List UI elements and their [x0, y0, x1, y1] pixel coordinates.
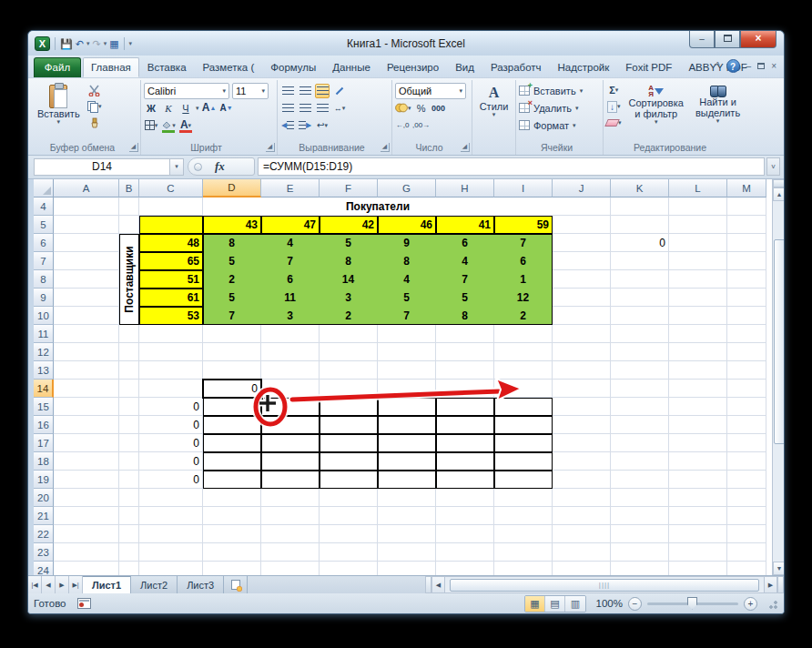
cell-A17[interactable]	[54, 434, 119, 452]
cell-L9[interactable]	[669, 289, 727, 307]
cell-E4[interactable]	[261, 197, 320, 216]
cell-G4[interactable]	[378, 197, 436, 216]
cell-A20[interactable]	[54, 489, 119, 507]
wrap-text-button[interactable]: ↩▾	[315, 118, 330, 133]
row-header-14[interactable]: 14	[34, 380, 54, 398]
cell-A9[interactable]	[54, 289, 119, 307]
cell-A15[interactable]	[54, 398, 119, 416]
cell-A14[interactable]	[54, 380, 119, 398]
cell-A13[interactable]	[54, 361, 119, 380]
cell-G5[interactable]: 46	[378, 216, 436, 234]
cell-I23[interactable]	[494, 543, 553, 562]
sheet-tab-лист3[interactable]: Лист3	[178, 576, 224, 593]
cell-J17[interactable]	[553, 434, 611, 452]
cell-L8[interactable]	[669, 270, 727, 289]
cell-L11[interactable]	[669, 325, 727, 343]
cell-M6[interactable]	[727, 234, 766, 252]
cell-F10[interactable]: 2	[320, 307, 378, 325]
cell-F4[interactable]	[320, 197, 378, 216]
cell-H18[interactable]	[436, 452, 494, 471]
cell-D4[interactable]	[203, 197, 261, 216]
cell-G19[interactable]	[378, 471, 436, 489]
cell-D22[interactable]	[203, 525, 261, 543]
cell-I10[interactable]: 2	[494, 307, 553, 325]
cell-B21[interactable]	[119, 507, 139, 525]
cell-C24[interactable]	[139, 562, 203, 575]
column-header-E[interactable]: E	[261, 179, 320, 197]
accounting-format-button[interactable]: ▾	[395, 101, 411, 116]
cell-D6[interactable]: 8	[203, 234, 261, 252]
cell-I20[interactable]	[494, 489, 553, 507]
cell-C23[interactable]	[139, 543, 203, 562]
cell-D21[interactable]	[203, 507, 261, 525]
cell-M9[interactable]	[727, 289, 766, 307]
cell-M19[interactable]	[727, 471, 766, 489]
cell-A24[interactable]	[54, 562, 119, 575]
cell-D8[interactable]: 2	[203, 270, 261, 289]
column-header-K[interactable]: K	[611, 179, 669, 197]
cell-F14[interactable]	[320, 380, 378, 398]
cell-G13[interactable]	[378, 361, 436, 380]
hscroll-right-icon[interactable]: ▶	[764, 576, 777, 593]
prev-sheet-icon[interactable]: ◀	[42, 576, 56, 593]
cell-H4[interactable]	[436, 197, 494, 216]
zoom-out-button[interactable]: −	[628, 597, 642, 611]
cell-F18[interactable]	[320, 452, 378, 471]
autosum-button[interactable]: Σ▾	[606, 83, 622, 97]
cell-K13[interactable]	[611, 361, 669, 380]
column-header-F[interactable]: F	[320, 179, 378, 197]
cell-A8[interactable]	[54, 270, 119, 289]
column-header-C[interactable]: C	[139, 179, 203, 197]
formula-input[interactable]: =СУММ(D15:D19)	[258, 157, 765, 176]
cell-M18[interactable]	[727, 452, 766, 471]
cell-H20[interactable]	[436, 489, 494, 507]
copy-button[interactable]: ▾	[87, 99, 102, 114]
cell-K9[interactable]	[611, 289, 669, 307]
column-header-J[interactable]: J	[553, 179, 611, 197]
cell-I17[interactable]	[494, 434, 553, 452]
cell-E15[interactable]	[261, 398, 320, 416]
increase-indent-button[interactable]: ▶	[298, 118, 312, 133]
cell-C12[interactable]	[139, 343, 203, 361]
cell-L7[interactable]	[669, 252, 727, 270]
font-color-button[interactable]: А ▾	[178, 118, 193, 133]
row-header-7[interactable]: 7	[34, 252, 54, 270]
row-header-8[interactable]: 8	[34, 270, 54, 289]
cell-C11[interactable]	[139, 325, 203, 343]
cell-A7[interactable]	[54, 252, 119, 270]
cell-F6[interactable]: 5	[320, 234, 378, 252]
cell-B23[interactable]	[119, 543, 139, 562]
zoom-level[interactable]: 100%	[592, 598, 623, 609]
number-dialog-launcher[interactable]: ◢	[461, 143, 470, 152]
row-header-19[interactable]: 19	[34, 471, 54, 489]
cell-E9[interactable]: 11	[261, 289, 320, 307]
cell-A19[interactable]	[54, 471, 119, 489]
tab-foxit-pdf[interactable]: Foxit PDF	[617, 57, 680, 77]
cell-F7[interactable]: 8	[320, 252, 378, 270]
cell-K14[interactable]	[611, 380, 669, 398]
cell-H19[interactable]	[436, 471, 494, 489]
decrease-decimal-button[interactable]: ,00→	[412, 118, 430, 133]
cell-M14[interactable]	[727, 380, 766, 398]
cell-K12[interactable]	[611, 343, 669, 361]
page-layout-view-button[interactable]: ▤	[545, 596, 565, 612]
cell-I11[interactable]	[494, 325, 553, 343]
cell-H16[interactable]	[436, 416, 494, 434]
cell-I14[interactable]	[494, 380, 553, 398]
cell-H22[interactable]	[436, 525, 494, 543]
cell-L24[interactable]	[669, 562, 727, 575]
font-name-combo[interactable]: Calibri▾	[144, 83, 229, 99]
cell-D10[interactable]: 7	[203, 307, 261, 325]
cell-J8[interactable]	[553, 270, 611, 289]
horizontal-scrollbar[interactable]: ||||	[445, 576, 764, 593]
paste-button[interactable]: Вставить ▾	[33, 82, 85, 130]
cell-L6[interactable]	[669, 234, 727, 252]
cell-M15[interactable]	[727, 398, 766, 416]
macro-record-icon[interactable]	[77, 598, 91, 609]
align-bottom-button[interactable]	[315, 84, 330, 98]
cell-K7[interactable]	[611, 252, 669, 270]
cell-L13[interactable]	[669, 361, 727, 380]
grow-font-button[interactable]: А▲	[202, 101, 217, 116]
cell-I24[interactable]	[494, 562, 553, 575]
cell-A10[interactable]	[54, 307, 119, 325]
